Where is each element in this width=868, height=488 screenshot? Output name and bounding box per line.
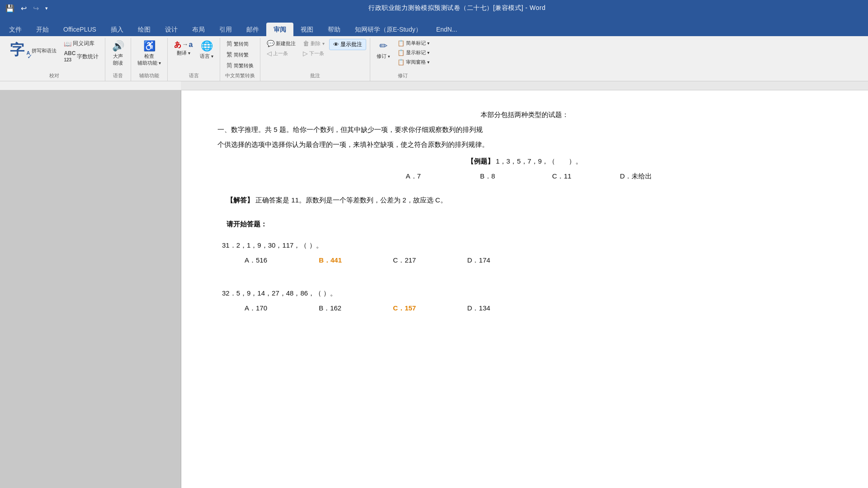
q31-option-b: B．441 xyxy=(319,254,391,266)
undo-button[interactable]: ↩ xyxy=(19,3,28,14)
show-comments-button[interactable]: 👁 显示批注 xyxy=(329,39,366,50)
q32-option-a: A．170 xyxy=(245,302,317,314)
q31-stem: 31．2，1，9，30，117，（ ）。 xyxy=(222,239,832,251)
intro-text1: 本部分包括两种类型的试题： xyxy=(481,111,569,118)
group-language: あ → a 翻译 ▾ 🌐 语言 ▾ 语言 xyxy=(168,38,220,81)
intro-line3: 个供选择的选项中选择你认为最合理的一项，来填补空缺项，使之符合原数列的排列规律。 xyxy=(217,138,832,150)
tab-references[interactable]: 引用 xyxy=(212,23,239,36)
group-proofing: 字 A ✓ 拼写和语法 📖 同义词库 ABC123 字数统计 校对 xyxy=(4,38,105,81)
group-comments: 💬 新建批注 ◁ 上一条 🗑 删除 ▾ ▷ 下一条 xyxy=(260,38,370,81)
q32-option-b: B．162 xyxy=(319,302,391,314)
new-comment-button[interactable]: 💬 新建批注 xyxy=(264,39,298,48)
question-32: 32．5，9，14，27，48，86，（ ）。 A．170 B．162 C．15… xyxy=(217,287,832,314)
q32-stem-text: 32．5，9，14，27，48，86，（ ）。 xyxy=(222,289,337,297)
q31-option-a: A．516 xyxy=(245,254,317,266)
review-pane-button[interactable]: 📋 审阅窗格 ▾ xyxy=(395,58,432,66)
document-page[interactable]: 本部分包括两种类型的试题： 一、数字推理。共 5 题。给你一个数列，但其中缺少一… xyxy=(181,90,868,488)
start-label: 请开始答题： xyxy=(226,218,832,230)
track-column: 📋 简单标记 ▾ 📋 显示标记 ▾ 📋 审阅窗格 ▾ xyxy=(395,39,432,66)
q32-option-c: C．157 xyxy=(393,302,465,314)
spacer1 xyxy=(217,185,832,194)
left-margin xyxy=(0,90,181,488)
intro-text3: 个供选择的选项中选择你认为最合理的一项，来填补空缺项，使之符合原数列的排列规律。 xyxy=(217,141,489,148)
tab-design[interactable]: 设计 xyxy=(158,23,185,36)
language-button[interactable]: 🌐 语言 ▾ xyxy=(197,39,216,61)
spacer2 xyxy=(217,209,832,218)
group-proofing-label: 校对 xyxy=(7,72,101,79)
tab-view[interactable]: 视图 xyxy=(293,23,321,36)
next-comment-button[interactable]: ▷ 下一条 xyxy=(300,49,327,58)
tab-layout[interactable]: 布局 xyxy=(185,23,212,36)
group-speech: 🔊 大声朗读 语音 xyxy=(105,38,131,81)
group-speech-label: 语音 xyxy=(109,72,127,79)
save-button[interactable]: 💾 xyxy=(4,3,16,14)
customize-quick-access-button[interactable]: ▾ xyxy=(43,5,50,12)
simple-markup-button[interactable]: 📋 简单标记 ▾ xyxy=(395,39,432,47)
intro-text2: 一、数字推理。共 5 题。给你一个数列，但其中缺少一项，要求你仔细观察数列的排列… xyxy=(217,126,483,133)
track-changes-button[interactable]: ✏ 修订 ▾ xyxy=(374,39,393,61)
example-bracket: 【例题】 xyxy=(467,157,494,165)
prev-comment-button[interactable]: ◁ 上一条 xyxy=(264,49,298,58)
word-count-button[interactable]: ABC123 字数统计 xyxy=(61,49,101,64)
group-track-label: 修订 xyxy=(374,72,432,79)
example-sequence: 1，3，5，7，9，（ ）。 xyxy=(496,157,583,165)
example-options: A．7 B．8 C．11 D．未给出 xyxy=(217,170,832,182)
group-chinese-content: 简 繁转简 繁 简转繁 简 简繁转换 xyxy=(224,39,256,71)
group-comments-label: 批注 xyxy=(264,72,366,79)
group-speech-content: 🔊 大声朗读 xyxy=(109,39,127,71)
answer-content: 正确答案是 11。原数列是一个等差数列，公差为 2，故应选 C。 xyxy=(255,196,447,204)
trad-to-simp-button[interactable]: 简 繁转简 xyxy=(224,39,256,49)
group-track-changes: ✏ 修订 ▾ 📋 简单标记 ▾ 📋 显示标记 ▾ 📋 审阅窗格 ▾ 修订 xyxy=(370,38,436,81)
example-option-b: B．8 xyxy=(451,170,524,182)
thesaurus-button[interactable]: 📖 同义词库 xyxy=(61,39,101,48)
example-stem: 【例题】 1，3，5，7，9，（ ）。 xyxy=(217,155,832,167)
translate-button[interactable]: あ → a 翻译 ▾ xyxy=(171,39,195,58)
answer-bracket: 【解答】 xyxy=(226,196,254,204)
group-language-content: あ → a 翻译 ▾ 🌐 语言 ▾ xyxy=(171,39,216,71)
spacer3 xyxy=(217,269,832,278)
q32-options: A．170 B．162 C．157 D．134 xyxy=(245,302,832,314)
group-chinese-convert: 简 繁转简 繁 简转繁 简 简繁转换 中文简繁转换 xyxy=(220,38,260,81)
tab-home[interactable]: 开始 xyxy=(29,23,56,36)
redo-button[interactable]: ↪ xyxy=(31,3,41,14)
comments-column2: 🗑 删除 ▾ ▷ 下一条 xyxy=(300,39,327,58)
group-language-label: 语言 xyxy=(171,72,216,79)
q31-options: A．516 B．441 C．217 D．174 xyxy=(245,254,832,266)
tab-mailings[interactable]: 邮件 xyxy=(239,23,266,36)
example-option-c: C．11 xyxy=(526,170,598,182)
ribbon-content: 字 A ✓ 拼写和语法 📖 同义词库 ABC123 字数统计 校对 xyxy=(0,36,868,81)
tab-help[interactable]: 帮助 xyxy=(321,23,348,36)
group-comments-content: 💬 新建批注 ◁ 上一条 🗑 删除 ▾ ▷ 下一条 xyxy=(264,39,366,71)
proofing-small-buttons: 📖 同义词库 ABC123 字数统计 xyxy=(61,39,101,64)
intro-line1: 本部分包括两种类型的试题： xyxy=(217,108,832,121)
simp-to-trad-button[interactable]: 繁 简转繁 xyxy=(224,50,256,60)
q31-option-d: D．174 xyxy=(467,254,540,266)
comments-column1: 💬 新建批注 ◁ 上一条 xyxy=(264,39,298,58)
spell-check-button[interactable]: 字 A ✓ 拼写和语法 xyxy=(7,39,59,61)
group-track-content: ✏ 修订 ▾ 📋 简单标记 ▾ 📋 显示标记 ▾ 📋 审阅窗格 ▾ xyxy=(374,39,432,71)
tab-review[interactable]: 审阅 xyxy=(266,23,293,36)
simp-trad-convert-button[interactable]: 简 简繁转换 xyxy=(224,61,256,70)
tab-draw[interactable]: 绘图 xyxy=(131,23,158,36)
show-markup-button[interactable]: 📋 显示标记 ▾ xyxy=(395,48,432,57)
title-bar: 💾 ↩ ↪ ▾ 行政职业能力测验模拟预测试卷（二十七）[兼容模式] - Word xyxy=(0,0,868,16)
example-option-d: D．未给出 xyxy=(600,170,672,182)
group-accessibility-content: ♿ 检查辅助功能 ▾ xyxy=(135,39,164,71)
check-accessibility-button[interactable]: ♿ 检查辅助功能 ▾ xyxy=(135,39,164,68)
delete-comment-button[interactable]: 🗑 删除 ▾ xyxy=(300,39,327,48)
tab-officeplus[interactable]: OfficePLUS xyxy=(56,23,104,36)
q31-stem-text: 31．2，1，9，30，117，（ ）。 xyxy=(222,241,323,249)
example-option-a: A．7 xyxy=(377,170,449,182)
tab-insert[interactable]: 插入 xyxy=(104,23,131,36)
document-area: 本部分包括两种类型的试题： 一、数字推理。共 5 题。给你一个数列，但其中缺少一… xyxy=(0,90,868,488)
tab-endnote[interactable]: EndN... xyxy=(429,23,465,36)
intro-line2: 一、数字推理。共 5 题。给你一个数列，但其中缺少一项，要求你仔细观察数列的排列… xyxy=(217,123,832,136)
tab-file[interactable]: 文件 xyxy=(2,23,29,36)
window-title: 行政职业能力测验模拟预测试卷（二十七）[兼容模式] - Word xyxy=(50,4,864,12)
quick-access-toolbar: 💾 ↩ ↪ ▾ xyxy=(4,3,50,14)
group-proofing-content: 字 A ✓ 拼写和语法 📖 同义词库 ABC123 字数统计 xyxy=(7,39,101,71)
tab-cnki[interactable]: 知网研学（原E-Study） xyxy=(348,23,429,36)
chinese-convert-buttons: 简 繁转简 繁 简转繁 简 简繁转换 xyxy=(224,39,256,70)
q32-stem: 32．5，9，14，27，48，86，（ ）。 xyxy=(222,287,832,299)
read-aloud-button[interactable]: 🔊 大声朗读 xyxy=(109,39,127,68)
